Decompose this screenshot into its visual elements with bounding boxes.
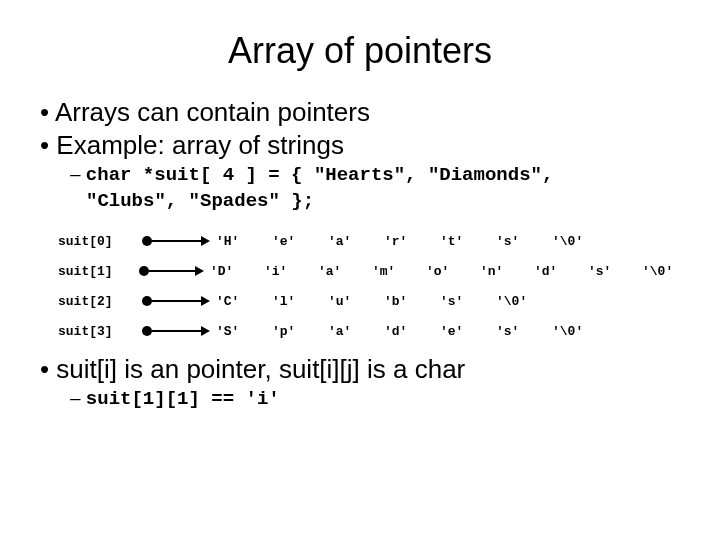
row-label: suit[1] (58, 264, 137, 279)
bullet-list: Arrays can contain pointers Example: arr… (40, 97, 690, 161)
char-cell: 's' (490, 324, 546, 339)
table-row: suit[3] 'S' 'p' 'a' 'd' 'e' 's' '\0' (58, 316, 690, 346)
char-cell: 'a' (312, 264, 366, 279)
code-declaration-line1: char *suit[ 4 ] = { "Hearts", "Diamonds"… (70, 163, 690, 186)
char-cell: 'e' (434, 324, 490, 339)
pointer-arrow-icon (140, 236, 210, 246)
slide-title: Array of pointers (30, 30, 690, 72)
char-cell: '\0' (490, 294, 546, 309)
char-cell: 'd' (378, 324, 434, 339)
char-cell: 'H' (210, 234, 266, 249)
char-cell: 'r' (378, 234, 434, 249)
bullet-3: suit[i] is an pointer, suit[i][j] is a c… (40, 354, 690, 385)
char-cell: 'u' (322, 294, 378, 309)
char-cell: '\0' (546, 324, 602, 339)
char-cell: 's' (490, 234, 546, 249)
pointer-arrow-icon (140, 296, 210, 306)
table-row: suit[0] 'H' 'e' 'a' 'r' 't' 's' '\0' (58, 226, 690, 256)
bottom-bullet-list: suit[i] is an pointer, suit[i][j] is a c… (40, 354, 690, 385)
char-cell: 'a' (322, 234, 378, 249)
char-cell: 't' (434, 234, 490, 249)
char-cell: 'a' (322, 324, 378, 339)
pointer-array-diagram: suit[0] 'H' 'e' 'a' 'r' 't' 's' '\0' sui… (58, 226, 690, 346)
char-cell: 'D' (204, 264, 258, 279)
char-cell: 'i' (258, 264, 312, 279)
char-cell: '\0' (546, 234, 602, 249)
table-row: suit[2] 'C' 'l' 'u' 'b' 's' '\0' (58, 286, 690, 316)
bullet-1: Arrays can contain pointers (40, 97, 690, 128)
char-cell: 'p' (266, 324, 322, 339)
pointer-arrow-icon (137, 266, 204, 276)
row-label: suit[0] (58, 234, 140, 249)
char-cell: '\0' (636, 264, 690, 279)
char-cell: 'l' (266, 294, 322, 309)
char-cell: 's' (582, 264, 636, 279)
char-cell: 'o' (420, 264, 474, 279)
pointer-arrow-icon (140, 326, 210, 336)
char-cell: 'd' (528, 264, 582, 279)
table-row: suit[1] 'D' 'i' 'a' 'm' 'o' 'n' 'd' 's' … (58, 256, 690, 286)
char-cell: 'n' (474, 264, 528, 279)
char-cell: 'e' (266, 234, 322, 249)
sub-bullet-code: suit[1][1] == 'i' (70, 387, 690, 410)
char-cell: 's' (434, 294, 490, 309)
char-cell: 'b' (378, 294, 434, 309)
char-cell: 'S' (210, 324, 266, 339)
row-label: suit[3] (58, 324, 140, 339)
char-cell: 'C' (210, 294, 266, 309)
row-label: suit[2] (58, 294, 140, 309)
char-cell: 'm' (366, 264, 420, 279)
code-declaration-line2: "Clubs", "Spades" }; (86, 190, 690, 212)
bullet-2: Example: array of strings (40, 130, 690, 161)
